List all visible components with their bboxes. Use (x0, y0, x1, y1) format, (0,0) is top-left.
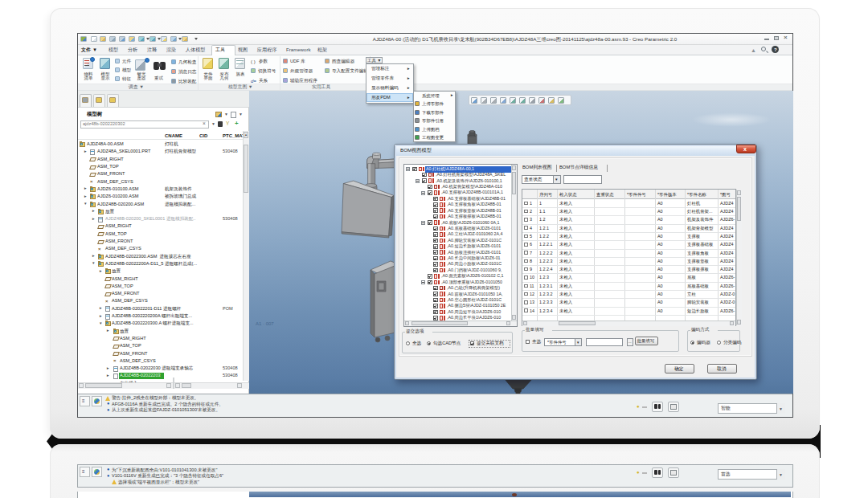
svg-text:A1 · 007: A1 · 007 (256, 321, 274, 326)
